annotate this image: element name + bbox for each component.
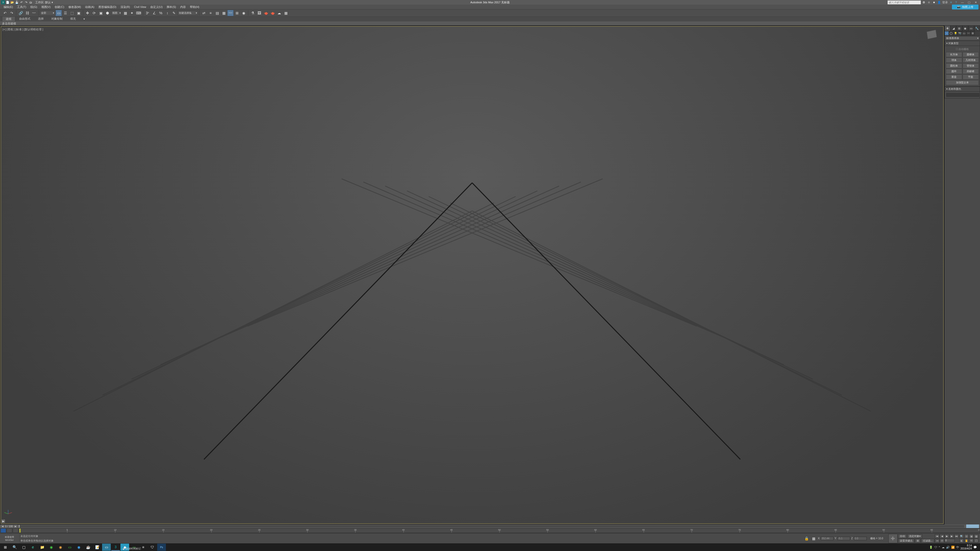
new-file-icon[interactable]: 📄 [6, 0, 10, 4]
window-crossing-button[interactable]: ▣ [76, 10, 82, 16]
play-button[interactable]: ▶ [945, 534, 949, 538]
name-color-rollout-header[interactable]: ▾ 名称和颜色 [945, 86, 980, 92]
tray-up-icon[interactable]: ^ [939, 546, 940, 549]
zoom-extents-all-button[interactable]: ▦ [974, 534, 978, 538]
menu-create[interactable]: 创建(C) [52, 5, 66, 9]
select-region-rect-button[interactable]: ⬚ [69, 10, 75, 16]
shapes-icon[interactable]: ◯ [949, 31, 953, 35]
timeline-next-button[interactable]: ▶ [14, 525, 17, 528]
auto-key-button[interactable]: 自动 [898, 534, 907, 538]
mirror-button[interactable]: ⇄ [201, 10, 207, 16]
rotate-button[interactable]: ⟳ [91, 10, 97, 16]
object-type-rollout-header[interactable]: ▾ 对象类型 [945, 41, 980, 46]
save-file-icon[interactable]: 💾 [15, 0, 19, 4]
motion-tab[interactable]: ◉ [963, 25, 968, 31]
display-tab[interactable]: ▭ [968, 25, 974, 31]
spinner-snap-button[interactable]: ↕ [164, 10, 170, 16]
pan-button[interactable]: ✋ [964, 538, 969, 543]
transform-type-in-icon[interactable]: ▦ [811, 535, 817, 541]
auto-grid-checkbox[interactable]: ☐ 自动栅格 [946, 47, 979, 52]
track-bar[interactable]: 0510152025303540455055606570758085909510… [19, 528, 980, 533]
star2-icon[interactable]: ★ [932, 0, 936, 4]
notepad-icon[interactable]: 📝 [93, 544, 102, 551]
teapot-button[interactable]: 茶壶 [946, 75, 962, 79]
ribbon-tab-modeling[interactable]: 建模 [2, 16, 15, 21]
redo-button[interactable]: ↷ [9, 10, 15, 16]
fov-button[interactable]: ◐ [959, 538, 964, 543]
add-time-tag-button[interactable]: 添加时间标记 [126, 547, 141, 551]
selected-object-dropdown[interactable]: 选定对象 ▾ [907, 534, 922, 538]
render-production-button[interactable]: 🫖 [263, 10, 269, 16]
app-blue-icon[interactable]: ◉ [75, 544, 83, 551]
track-toggle-blue[interactable] [0, 528, 6, 533]
torus-button[interactable]: 圆环 [946, 69, 962, 74]
menu-graph-editors[interactable]: 图形编辑器(D) [97, 5, 118, 9]
selection-lock-icon[interactable]: 🔒 [803, 535, 810, 541]
ribbon-tab-populate[interactable]: 填充 [66, 16, 80, 21]
render-setup-button[interactable]: ⚗ [250, 10, 256, 16]
set-key-big-button[interactable]: ✚ [888, 534, 897, 543]
iqiyi-icon[interactable]: ▭ [65, 544, 74, 551]
schematic-view-button[interactable]: ⊞ [234, 10, 240, 16]
helpers-icon[interactable]: ▭ [962, 31, 966, 35]
cylinder-button[interactable]: 圆柱体 [946, 63, 962, 68]
plane-button[interactable]: 平面 [963, 75, 979, 79]
workspace-label[interactable]: 工作区: 默认 ▾ [35, 0, 53, 4]
exchange-icon[interactable]: ✕ [949, 0, 953, 4]
render-gallery-button[interactable]: ▦ [283, 10, 289, 16]
explorer-icon[interactable]: 📁 [38, 544, 46, 551]
time-config-button[interactable]: ⏱ [940, 539, 944, 543]
macro-recorder-button[interactable]: ▶ [1, 519, 5, 523]
menu-views[interactable]: 视图(V) [39, 5, 53, 9]
edit-named-sel-button[interactable]: ✎ [171, 10, 177, 16]
open-file-icon[interactable]: 📂 [10, 0, 14, 4]
menu-help[interactable]: 帮助(H) [188, 5, 201, 9]
perspective-viewport[interactable]: [+] [透视 ] [标准 ] [默认明暗处理 ] [1, 26, 943, 524]
y-coord-input[interactable] [837, 537, 850, 540]
textplus-button[interactable]: 加强型文本 [946, 80, 979, 85]
current-frame-input[interactable] [945, 539, 955, 542]
primitive-category-dropdown[interactable]: 标准基本体 [945, 36, 980, 40]
login-link[interactable]: 登录 [942, 0, 948, 4]
z-coord-input[interactable] [854, 537, 867, 540]
menu-animation[interactable]: 动画(A) [83, 5, 97, 9]
orbit-button[interactable]: ⟲ [969, 538, 974, 543]
set-key-button[interactable]: 设置关键点 [898, 539, 915, 543]
sphere-button[interactable]: 球体 [946, 58, 962, 63]
user-icon[interactable]: 👤 [937, 0, 941, 4]
redo-icon[interactable]: ↷ [24, 0, 28, 4]
align-button[interactable]: ≡ [207, 10, 213, 16]
tube-button[interactable]: 管状体 [963, 63, 979, 68]
zoom-all-button[interactable]: ⊞ [964, 534, 969, 538]
menu-rendering[interactable]: 渲染(R) [118, 5, 132, 9]
viewport-scene-thumb[interactable] [966, 524, 979, 528]
goto-end-button[interactable]: ⏭ [954, 534, 959, 538]
maximize-button[interactable]: ▢ [966, 0, 972, 5]
upload-button[interactable]: 📷 拍照上传 [952, 5, 978, 10]
key-filters-button[interactable]: 过滤器... [921, 539, 934, 543]
move-button[interactable]: ✥ [84, 10, 91, 16]
link-button[interactable]: 🔗 [18, 10, 24, 16]
menu-customize[interactable]: 自定义(U) [148, 5, 165, 9]
placement-button[interactable]: ⬢ [104, 10, 110, 16]
task-view-button[interactable]: ▢ [19, 544, 28, 551]
render-iterative-button[interactable]: 🫖 [269, 10, 275, 16]
prev-frame-button[interactable]: ◀ [940, 534, 944, 538]
next-frame-button[interactable]: ▶ [950, 534, 954, 538]
ribbon-tab-object-paint[interactable]: 对象绘制 [48, 16, 66, 21]
action-center-icon[interactable]: 💬 [974, 546, 977, 549]
menu-group[interactable]: 组(G) [28, 5, 39, 9]
photoshop-icon[interactable]: Ps [157, 544, 166, 551]
selection-filter-dropdown[interactable]: 全部 [40, 11, 55, 15]
hierarchy-tab[interactable]: ⊞ [956, 25, 962, 31]
menu-content[interactable]: 内容 [178, 5, 188, 9]
cone-button[interactable]: 圆锥体 [963, 52, 979, 57]
material-editor-button[interactable]: ◉ [241, 10, 247, 16]
menu-civil-view[interactable]: Civil View [132, 5, 148, 9]
systems-icon[interactable]: ⚙ [970, 31, 975, 35]
lights-icon[interactable]: 💡 [953, 31, 958, 35]
bind-spacewarp-button[interactable]: 〰 [31, 10, 37, 16]
system-clock[interactable]: 8:14 2016/4/24 [961, 544, 972, 550]
render-in-cloud-button[interactable]: ☁ [276, 10, 282, 16]
timeline-prev-button[interactable]: ◀ [1, 525, 4, 528]
